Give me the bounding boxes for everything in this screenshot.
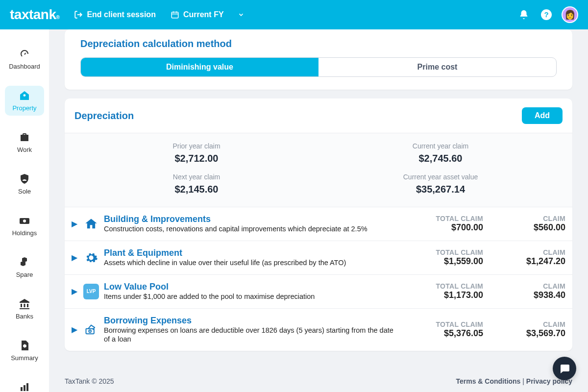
depreciation-summary: Prior year claim $2,712.00 Current year … — [65, 133, 572, 207]
category-title: Building & Improvements — [104, 214, 396, 224]
category-borrowing-expenses: ▶ Borrowing Expenses Borrowing expenses … — [65, 308, 572, 351]
shield-user-icon — [19, 173, 30, 185]
chat-icon — [559, 363, 570, 374]
category-plant-equipment: ▶ Plant & Equipment Assets which decline… — [65, 241, 572, 274]
svg-rect-11 — [26, 383, 28, 391]
loan-icon — [83, 322, 99, 338]
total-claim-value: $1,173.00 — [410, 290, 483, 300]
cash-icon — [19, 215, 30, 226]
fiscal-year-selector[interactable]: Current FY — [171, 10, 248, 19]
expand-toggle[interactable]: ▶ — [72, 219, 79, 228]
category-desc: Construction costs, renovations and capi… — [104, 224, 396, 234]
sidebar-item-label: Spare — [16, 271, 33, 278]
category-desc: Assets which decline in value over their… — [104, 258, 396, 268]
sidebar-item-label: Dashboard — [9, 63, 40, 70]
claim-value: $3,569.70 — [492, 328, 565, 339]
sidebar-item-sole[interactable]: Sole — [5, 169, 44, 199]
next-year-value: $2,145.60 — [74, 184, 318, 195]
method-segment: Diminishing value Prime cost — [80, 57, 557, 77]
asset-value-value: $35,267.14 — [318, 184, 563, 195]
footer: TaxTank © 2025 Terms & Conditions | Priv… — [49, 370, 588, 392]
claim-value: $560.00 — [492, 222, 565, 233]
category-low-value-pool: ▶ LVP Low Value Pool Items under $1,000 … — [65, 274, 572, 308]
bank-icon — [19, 298, 30, 310]
svg-rect-10 — [24, 385, 25, 391]
claim-label: CLAIM — [492, 248, 565, 256]
svg-point-13 — [89, 330, 91, 332]
method-prime-cost[interactable]: Prime cost — [318, 58, 556, 76]
help-icon: ? — [540, 9, 552, 21]
hex-icon — [19, 256, 30, 268]
house-icon — [83, 216, 99, 232]
end-client-session-button[interactable]: End client session — [74, 10, 155, 19]
total-claim-label: TOTAL CLAIM — [410, 320, 483, 328]
sidebar-item-label: Property — [12, 104, 36, 112]
category-title: Low Value Pool — [104, 282, 396, 292]
sidebar-item-holdings[interactable]: Holdings — [5, 211, 44, 241]
sidebar-item-banks[interactable]: Banks — [5, 294, 44, 324]
claim-label: CLAIM — [492, 320, 565, 328]
category-desc: Items under $1,000 are added to the pool… — [104, 292, 396, 301]
footer-sep: | — [520, 377, 526, 385]
method-diminishing-value[interactable]: Diminishing value — [81, 58, 318, 76]
sidebar-item-reports[interactable]: Reports — [5, 377, 44, 392]
total-claim-value: $1,559.00 — [410, 256, 483, 267]
terms-link[interactable]: Terms & Conditions — [456, 377, 520, 385]
sidebar-item-label: Work — [17, 146, 32, 153]
depreciation-card: Depreciation Add Prior year claim $2,712… — [65, 98, 572, 351]
claim-label: CLAIM — [492, 215, 565, 222]
calendar-icon — [171, 10, 179, 19]
logo: taxtank® — [10, 7, 59, 23]
bell-icon — [518, 9, 529, 20]
category-title: Plant & Equipment — [104, 248, 396, 258]
current-year-label: Current year claim — [318, 142, 563, 150]
expand-toggle[interactable]: ▶ — [72, 253, 79, 262]
avatar[interactable]: 👩 — [562, 6, 578, 23]
copyright: TaxTank © 2025 — [65, 377, 114, 385]
total-claim-value: $5,376.05 — [410, 328, 483, 339]
document-dollar-icon — [19, 340, 30, 351]
sidebar-item-property[interactable]: Property — [5, 86, 44, 116]
total-claim-label: TOTAL CLAIM — [410, 248, 483, 256]
sidebar-item-work[interactable]: Work — [5, 127, 44, 157]
gauge-icon — [19, 48, 30, 60]
top-bar: taxtank® End client session Current FY ?… — [0, 0, 588, 29]
sidebar-item-label: Sole — [18, 188, 31, 195]
prior-year-label: Prior year claim — [74, 142, 318, 150]
sidebar-item-label: Summary — [11, 354, 38, 362]
svg-rect-9 — [21, 387, 23, 391]
lvp-icon: LVP — [83, 284, 99, 299]
sidebar-item-label: Banks — [16, 313, 33, 320]
calculation-method-title: Depreciation calculation method — [80, 38, 557, 49]
category-desc: Borrowing expenses on loans are deductib… — [104, 326, 396, 344]
sidebar-item-summary[interactable]: Summary — [5, 336, 44, 366]
depreciation-title: Depreciation — [74, 110, 134, 122]
prior-year-value: $2,712.00 — [74, 153, 318, 164]
svg-rect-1 — [172, 12, 178, 18]
notifications-button[interactable] — [516, 7, 531, 22]
svg-point-8 — [23, 220, 26, 222]
chevron-down-icon — [238, 11, 245, 18]
gear-icon — [83, 250, 99, 266]
chat-button[interactable] — [553, 357, 576, 380]
claim-label: CLAIM — [492, 282, 565, 290]
sidebar: Dashboard Property Work Sole Holdings Sp… — [0, 29, 49, 392]
total-claim-label: TOTAL CLAIM — [410, 282, 483, 290]
next-year-label: Next year claim — [74, 173, 318, 181]
house-dollar-icon — [19, 90, 30, 101]
category-building: ▶ Building & Improvements Construction c… — [65, 207, 572, 241]
claim-value: $938.40 — [492, 290, 565, 300]
add-depreciation-button[interactable]: Add — [522, 107, 563, 124]
sidebar-item-spare[interactable]: Spare — [5, 252, 44, 282]
svg-text:?: ? — [544, 10, 548, 19]
sidebar-item-dashboard[interactable]: Dashboard — [5, 44, 44, 74]
help-button[interactable]: ? — [539, 7, 554, 22]
expand-toggle[interactable]: ▶ — [72, 287, 79, 296]
expand-toggle[interactable]: ▶ — [72, 325, 79, 334]
briefcase-icon — [19, 131, 30, 143]
total-claim-value: $700.00 — [410, 222, 483, 233]
calculation-method-card: Depreciation calculation method Diminish… — [65, 29, 572, 90]
total-claim-label: TOTAL CLAIM — [410, 215, 483, 222]
asset-value-label: Current year asset value — [318, 173, 563, 181]
bar-chart-icon — [19, 381, 30, 392]
